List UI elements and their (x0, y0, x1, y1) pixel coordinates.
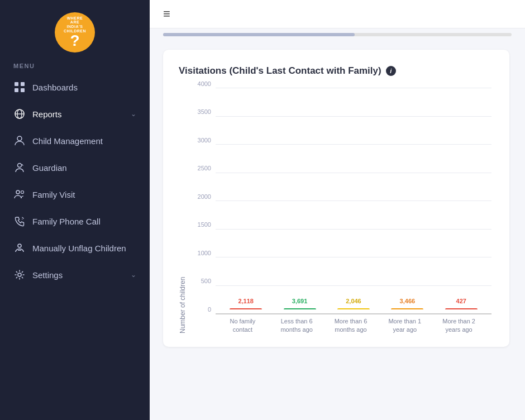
sidebar-item-family-visit-label: Family Visit (32, 190, 136, 199)
y-label-1500: 1500 (191, 221, 211, 228)
bar-less-6-months: 3,691 (284, 298, 316, 309)
y-label-1000: 1000 (191, 250, 211, 256)
sidebar-item-guardian[interactable]: Guardian (0, 154, 150, 181)
sidebar-item-child-management[interactable]: Child Management (0, 127, 150, 154)
x-labels: No familycontact Less than 6months ago M… (191, 314, 491, 333)
bar-rect-1 (230, 308, 262, 309)
x-label-1: No familycontact (223, 317, 262, 333)
bar-value-2: 3,691 (292, 298, 308, 304)
y-axis-label: Number of children (179, 88, 187, 333)
grid-icon (13, 81, 26, 93)
x-label-5: More than 2years ago (440, 317, 479, 333)
content-area: Visitations (Child's Last Contact with F… (150, 36, 525, 420)
main-content: ≡ Visitations (Child's Last Contact with… (150, 0, 525, 420)
svg-rect-3 (21, 88, 25, 92)
y-label-500: 500 (191, 278, 211, 284)
bar-rect-5 (445, 308, 478, 309)
chart-title: Visitations (Child's Last Contact with F… (179, 65, 491, 77)
bar-rect-3 (337, 308, 370, 309)
x-label-3: More than 6months ago (331, 317, 370, 333)
reports-chevron-icon: ⌄ (131, 110, 136, 118)
sidebar: WHEREAREINDIA'SCHILDREN ? MENU Dashboard… (0, 0, 150, 420)
sidebar-item-manually-unflag[interactable]: Manually Unflag Children (0, 235, 150, 261)
sidebar-item-settings-label: Settings (32, 270, 124, 280)
x-label-4: More than 1year ago (385, 317, 424, 333)
y-label-4000: 4000 (191, 80, 211, 87)
info-icon[interactable]: i (386, 66, 396, 76)
logo-circle: WHEREAREINDIA'SCHILDREN ? (55, 12, 95, 52)
topbar: ≡ (150, 0, 525, 28)
nav-list: Dashboards Reports ⌄ Child Mana (0, 74, 150, 420)
bar-more-6-months: 2,046 (337, 298, 370, 309)
scroll-indicator (163, 33, 512, 36)
bar-value-4: 3,466 (400, 298, 416, 304)
y-label-0: 0 (191, 306, 211, 313)
sidebar-item-reports[interactable]: Reports ⌄ (0, 101, 150, 127)
bar-no-family-contact: 2,118 (230, 298, 262, 309)
sidebar-item-family-phone-call[interactable]: Family Phone Call (0, 208, 150, 235)
svg-point-11 (18, 244, 21, 247)
logo-text: WHEREAREINDIA'SCHILDREN (64, 16, 86, 34)
globe-icon (13, 108, 26, 120)
sidebar-item-manually-unflag-label: Manually Unflag Children (32, 244, 136, 253)
settings-chevron-icon: ⌄ (131, 271, 136, 279)
guardian-icon (13, 161, 26, 174)
logo-question: ? (70, 33, 79, 49)
settings-icon (13, 269, 26, 281)
person-icon (13, 135, 26, 147)
sidebar-item-settings[interactable]: Settings ⌄ (0, 261, 150, 288)
sidebar-item-dashboards-label: Dashboards (32, 83, 136, 92)
svg-point-8 (18, 164, 22, 168)
x-label-2: Less than 6months ago (277, 317, 316, 333)
logo: WHEREAREINDIA'SCHILDREN ? (0, 0, 150, 63)
y-label-2000: 2000 (191, 193, 211, 200)
svg-point-7 (17, 136, 22, 141)
bar-more-1-year: 3,466 (391, 298, 423, 309)
bar-rect-4 (391, 308, 423, 309)
chart-container: Number of children 4000 3500 (179, 88, 491, 333)
menu-label: MENU (0, 63, 150, 74)
sidebar-item-child-management-label: Child Management (32, 136, 136, 146)
chart-card: Visitations (Child's Last Contact with F… (163, 50, 509, 347)
svg-rect-2 (15, 88, 18, 92)
chart-plot: 4000 3500 3000 (191, 88, 491, 314)
sidebar-item-family-phone-call-label: Family Phone Call (32, 217, 136, 226)
y-label-3500: 3500 (191, 108, 211, 115)
sidebar-item-family-visit[interactable]: Family Visit (0, 181, 150, 208)
bar-rect-2 (284, 308, 316, 309)
bar-value-3: 2,046 (346, 298, 361, 304)
sidebar-item-guardian-label: Guardian (32, 163, 136, 173)
phone-icon (13, 215, 26, 227)
y-label-2500: 2500 (191, 165, 211, 171)
svg-rect-0 (15, 82, 18, 86)
unflag-icon (13, 242, 26, 254)
svg-point-10 (21, 191, 24, 194)
scroll-thumb (163, 33, 355, 36)
hamburger-icon[interactable]: ≡ (163, 8, 170, 20)
svg-rect-1 (21, 82, 25, 86)
y-label-3000: 3000 (191, 137, 211, 144)
chart-title-text: Visitations (Child's Last Contact with F… (179, 65, 381, 77)
chart-inner: 4000 3500 3000 (191, 88, 491, 333)
bar-value-1: 2,118 (238, 298, 254, 304)
bar-more-2-years: 427 (445, 298, 478, 309)
svg-point-13 (18, 273, 21, 276)
bar-value-5: 427 (456, 298, 466, 304)
family-visit-icon (13, 188, 26, 201)
sidebar-item-reports-label: Reports (32, 109, 124, 119)
sidebar-item-dashboards[interactable]: Dashboards (0, 74, 150, 101)
svg-point-9 (16, 190, 20, 194)
